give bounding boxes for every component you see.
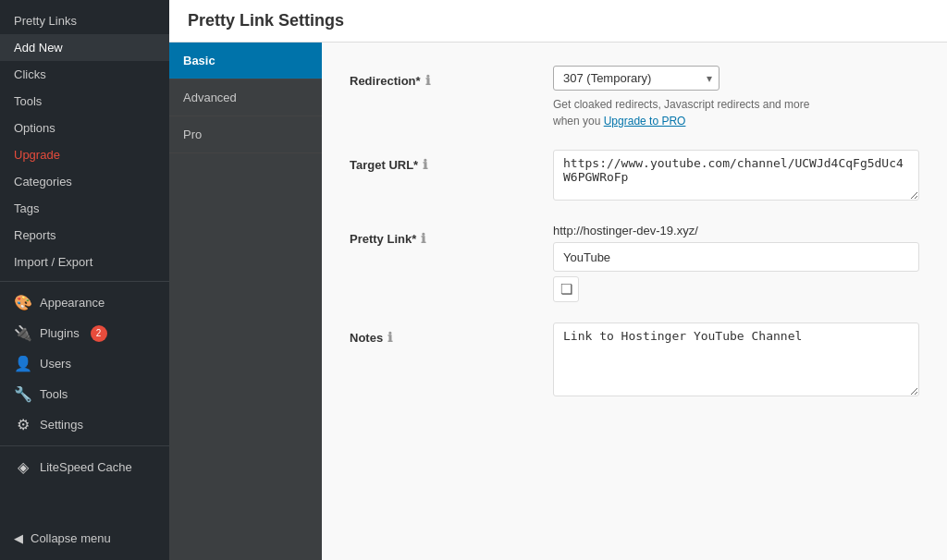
notes-label: Notes ℹ [350, 323, 553, 345]
sidebar-item-options[interactable]: Options [0, 115, 169, 141]
litespeed-icon: ◈ [14, 458, 32, 476]
sub-nav-advanced[interactable]: Advanced [169, 79, 322, 116]
redirection-help-text: Get cloaked redirects, Javascript redire… [553, 96, 919, 129]
sidebar-item-tags[interactable]: Tags [0, 195, 169, 222]
main-content: Pretty Link Settings Basic Advanced Pro … [169, 0, 947, 560]
plugins-icon: 🔌 [14, 324, 32, 342]
add-new-label: Add New [14, 41, 63, 55]
copy-icon[interactable]: ❏ [553, 276, 579, 302]
pretty-link-input[interactable] [553, 242, 919, 272]
target-url-label: Target URL* ℹ [350, 150, 553, 172]
pretty-links-label: Pretty Links [14, 14, 77, 28]
basic-label: Basic [183, 54, 215, 67]
pretty-link-row: Pretty Link* ℹ http://hostinger-dev-19.x… [350, 224, 919, 302]
sidebar-item-litespeed[interactable]: ◈ LiteSpeed Cache [0, 452, 169, 482]
sidebar-item-plugins[interactable]: 🔌 Plugins 2 [0, 318, 169, 348]
pretty-link-label: Pretty Link* ℹ [350, 224, 553, 246]
target-url-input[interactable] [553, 150, 919, 201]
sidebar-item-clicks[interactable]: Clicks [0, 61, 169, 88]
plugins-label: Plugins [40, 326, 80, 340]
sidebar-item-categories[interactable]: Categories [0, 168, 169, 195]
redirection-row: Redirection* ℹ 307 (Temporary) 301 (Perm… [350, 66, 919, 129]
plugins-badge: 2 [91, 325, 107, 342]
upgrade-label: Upgrade [14, 148, 60, 162]
redirection-label: Redirection* ℹ [350, 66, 553, 88]
advanced-label: Advanced [183, 91, 237, 104]
sidebar-item-users[interactable]: 👤 Users [0, 348, 169, 379]
tools-label: Tools [14, 94, 42, 108]
pretty-link-base: http://hostinger-dev-19.xyz/ [553, 224, 919, 237]
sidebar: Pretty Links Add New Clicks Tools Option… [0, 0, 169, 560]
options-label: Options [14, 121, 55, 135]
notes-input[interactable] [553, 323, 919, 396]
litespeed-label: LiteSpeed Cache [40, 460, 132, 474]
sidebar-divider-2 [0, 445, 169, 446]
pretty-link-info-icon[interactable]: ℹ [421, 231, 425, 246]
redirection-info-icon[interactable]: ℹ [425, 73, 430, 88]
target-url-row: Target URL* ℹ [350, 150, 919, 203]
target-url-info-icon[interactable]: ℹ [423, 157, 427, 172]
pro-label: Pro [183, 128, 202, 141]
sidebar-divider [0, 281, 169, 282]
collapse-left-icon: ◀ [14, 531, 23, 545]
appearance-label: Appearance [40, 296, 105, 310]
reports-label: Reports [14, 228, 56, 242]
tags-label: Tags [14, 201, 39, 215]
sidebar-item-upgrade[interactable]: Upgrade [0, 141, 169, 168]
settings-label: Settings [40, 418, 83, 432]
sidebar-item-tools2[interactable]: 🔧 Tools [0, 379, 169, 409]
form-area: Redirection* ℹ 307 (Temporary) 301 (Perm… [322, 43, 947, 560]
notes-row: Notes ℹ [350, 323, 919, 399]
tools2-icon: 🔧 [14, 385, 32, 403]
categories-label: Categories [14, 175, 72, 189]
clicks-label: Clicks [14, 67, 46, 81]
upgrade-to-pro-link[interactable]: Upgrade to PRO [604, 115, 686, 128]
tools2-label: Tools [40, 387, 68, 401]
users-label: Users [40, 357, 71, 371]
sidebar-item-settings[interactable]: ⚙ Settings [0, 409, 169, 440]
sub-nav-pro[interactable]: Pro [169, 116, 322, 153]
sidebar-item-pretty-links[interactable]: Pretty Links [0, 7, 169, 34]
sidebar-item-appearance[interactable]: 🎨 Appearance [0, 287, 169, 318]
sidebar-item-import-export[interactable]: Import / Export [0, 249, 169, 275]
redirection-select-wrapper: 307 (Temporary) 301 (Permanent) 302 (Tem… [553, 66, 719, 91]
settings-icon: ⚙ [14, 416, 32, 433]
sidebar-item-add-new[interactable]: Add New [0, 34, 169, 61]
notes-control [553, 323, 919, 399]
redirection-control: 307 (Temporary) 301 (Permanent) 302 (Tem… [553, 66, 919, 129]
appearance-icon: 🎨 [14, 294, 32, 311]
import-export-label: Import / Export [14, 255, 92, 269]
pretty-link-control: http://hostinger-dev-19.xyz/ ❏ [553, 224, 919, 302]
users-icon: 👤 [14, 355, 32, 372]
redirection-select[interactable]: 307 (Temporary) 301 (Permanent) 302 (Tem… [553, 66, 719, 91]
sidebar-item-reports[interactable]: Reports [0, 222, 169, 249]
page-header: Pretty Link Settings [169, 0, 947, 43]
sub-nav-basic[interactable]: Basic [169, 43, 322, 79]
collapse-menu-item[interactable]: ◀ Collapse menu [0, 524, 169, 553]
sidebar-item-tools[interactable]: Tools [0, 88, 169, 115]
content-area: Basic Advanced Pro Redirection* ℹ [169, 43, 947, 560]
target-url-control [553, 150, 919, 203]
page-title: Pretty Link Settings [188, 11, 929, 30]
notes-info-icon[interactable]: ℹ [387, 330, 392, 345]
collapse-label: Collapse menu [31, 531, 111, 545]
sub-nav: Basic Advanced Pro [169, 43, 322, 560]
